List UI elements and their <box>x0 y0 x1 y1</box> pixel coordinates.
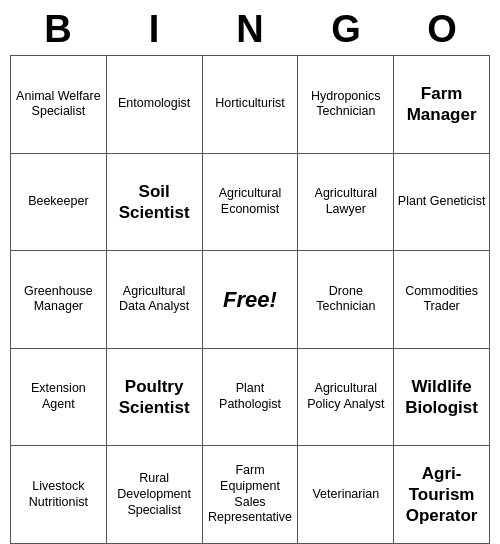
cell-r1-c0: Beekeeper <box>11 153 107 251</box>
cell-r2-c2: Free! <box>202 251 298 349</box>
cell-r4-c0: Livestock Nutritionist <box>11 446 107 544</box>
cell-r1-c3: Agricultural Lawyer <box>298 153 394 251</box>
cell-r0-c4: Farm Manager <box>394 56 490 154</box>
cell-r2-c1: Agricultural Data Analyst <box>106 251 202 349</box>
cell-r3-c1: Poultry Scientist <box>106 348 202 446</box>
cell-r4-c4: Agri-Tourism Operator <box>394 446 490 544</box>
cell-r3-c2: Plant Pathologist <box>202 348 298 446</box>
cell-r3-c4: Wildlife Biologist <box>394 348 490 446</box>
letter-i: I <box>109 8 199 51</box>
cell-r3-c0: Extension Agent <box>11 348 107 446</box>
cell-r4-c2: Farm Equipment Sales Representative <box>202 446 298 544</box>
letter-b: B <box>13 8 103 51</box>
cell-r0-c2: Horticulturist <box>202 56 298 154</box>
cell-r2-c4: Commodities Trader <box>394 251 490 349</box>
cell-r4-c3: Veterinarian <box>298 446 394 544</box>
bingo-header: B I N G O <box>10 0 490 55</box>
cell-r1-c2: Agricultural Economist <box>202 153 298 251</box>
letter-o: O <box>397 8 487 51</box>
letter-n: N <box>205 8 295 51</box>
cell-r2-c3: Drone Technician <box>298 251 394 349</box>
cell-r0-c3: Hydroponics Technician <box>298 56 394 154</box>
cell-r4-c1: Rural Development Specialist <box>106 446 202 544</box>
cell-r1-c1: Soil Scientist <box>106 153 202 251</box>
cell-r0-c1: Entomologist <box>106 56 202 154</box>
cell-r2-c0: Greenhouse Manager <box>11 251 107 349</box>
cell-r3-c3: Agricultural Policy Analyst <box>298 348 394 446</box>
cell-r1-c4: Plant Geneticist <box>394 153 490 251</box>
cell-r0-c0: Animal Welfare Specialist <box>11 56 107 154</box>
letter-g: G <box>301 8 391 51</box>
bingo-grid: Animal Welfare SpecialistEntomologistHor… <box>10 55 490 544</box>
